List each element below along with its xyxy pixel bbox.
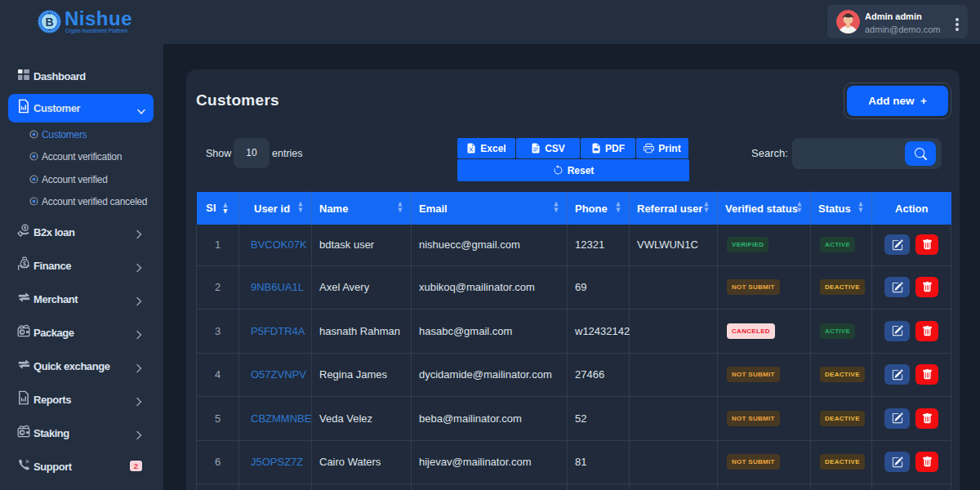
svg-text:B: B [45, 16, 53, 29]
